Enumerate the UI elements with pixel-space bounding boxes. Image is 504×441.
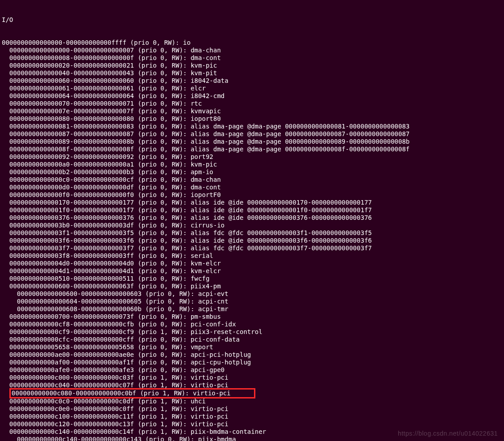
memory-region-line: 00000000000003f1-00000000000003f5 (prio … [2, 229, 502, 237]
memory-region-line: 00000000000000b2-00000000000000b3 (prio … [2, 168, 502, 176]
memory-region-line: 00000000000000d0-00000000000000df (prio … [2, 184, 502, 191]
memory-region-list: 0000000000000000-000000000000ffff (prio … [2, 39, 502, 441]
memory-region-line: 0000000000000040-0000000000000043 (prio … [2, 69, 502, 77]
memory-region-line: 0000000000000376-0000000000000376 (prio … [2, 214, 502, 222]
memory-region-line: 000000000000008f-000000000000008f (prio … [2, 146, 502, 153]
memory-region-line: 00000000000001f0-00000000000001f7 (prio … [2, 206, 502, 214]
memory-region-line: 0000000000000089-000000000000008b (prio … [2, 138, 502, 146]
memory-region-line: 000000000000007e-000000000000007f (prio … [2, 107, 502, 115]
memory-region-line: 0000000000000600-0000000000000603 (prio … [2, 290, 502, 298]
memory-region-line: 0000000000000064-0000000000000064 (prio … [2, 92, 502, 100]
memory-region-line: 0000000000000000-0000000000000007 (prio … [2, 47, 502, 54]
memory-region-line: 000000000000c100-000000000000c11f (prio … [2, 413, 502, 420]
memory-region-line: 00000000000003f8-00000000000003ff (prio … [2, 252, 502, 260]
memory-region-line: 000000000000afe0-000000000000afe3 (prio … [2, 366, 502, 374]
memory-region-line: 0000000000000060-0000000000000060 (prio … [2, 77, 502, 85]
memory-region-line: 000000000000c080-000000000000c0bf (prio … [2, 389, 502, 398]
highlighted-region: 000000000000c080-000000000000c0bf (prio … [9, 388, 255, 398]
memory-region-line: 00000000000000a0-00000000000000a1 (prio … [2, 161, 502, 168]
terminal-output: I/O 0000000000000000-000000000000ffff (p… [0, 0, 504, 441]
memory-region-line: 0000000000000608-000000000000060b (prio … [2, 305, 502, 313]
memory-region-line: 0000000000000000-000000000000ffff (prio … [2, 39, 502, 47]
memory-region-line: 0000000000005658-0000000000005658 (prio … [2, 343, 502, 351]
memory-region-line: 000000000000c0e0-000000000000c0ff (prio … [2, 405, 502, 413]
memory-region-line: 0000000000000070-0000000000000071 (prio … [2, 100, 502, 107]
watermark-text: https://blog.csdn.net/u014022631 [398, 430, 498, 437]
memory-region-line: 00000000000004d0-00000000000004d0 (prio … [2, 260, 502, 267]
memory-region-line: 000000000000c120-000000000000c13f (prio … [2, 420, 502, 428]
memory-region-line: 000000000000ae00-000000000000ae0e (prio … [2, 351, 502, 359]
memory-region-line: 0000000000000061-0000000000000061 (prio … [2, 85, 502, 92]
memory-region-line: 0000000000000008-000000000000000f (prio … [2, 54, 502, 62]
memory-region-line: 00000000000004d1-00000000000004d1 (prio … [2, 267, 502, 275]
memory-region-line: 00000000000003f7-00000000000003f7 (prio … [2, 244, 502, 252]
memory-region-line: 000000000000c000-000000000000c03f (prio … [2, 374, 502, 381]
memory-region-line: 000000000000af00-000000000000af1f (prio … [2, 359, 502, 366]
memory-region-line: 0000000000000510-0000000000000511 (prio … [2, 275, 502, 283]
memory-region-line: 00000000000003f6-00000000000003f6 (prio … [2, 237, 502, 244]
memory-region-line: 0000000000000cf8-0000000000000cfb (prio … [2, 321, 502, 328]
memory-region-line: 0000000000000020-0000000000000021 (prio … [2, 62, 502, 69]
memory-region-line: 0000000000000081-0000000000000083 (prio … [2, 123, 502, 130]
memory-region-line: 00000000000000c0-00000000000000cf (prio … [2, 176, 502, 184]
memory-region-line: 0000000000000cf9-0000000000000cf9 (prio … [2, 328, 502, 336]
memory-region-line: 0000000000000600-000000000000063f (prio … [2, 283, 502, 290]
io-header: I/O [2, 16, 502, 24]
memory-region-line: 0000000000000080-0000000000000080 (prio … [2, 115, 502, 123]
memory-region-line: 0000000000000170-0000000000000177 (prio … [2, 199, 502, 206]
memory-region-line: 00000000000000f0-00000000000000f0 (prio … [2, 191, 502, 199]
memory-region-line: 0000000000000087-0000000000000087 (prio … [2, 130, 502, 138]
memory-region-line: 0000000000000092-0000000000000092 (prio … [2, 153, 502, 161]
memory-region-line: 0000000000000700-000000000000073f (prio … [2, 313, 502, 321]
memory-region-line: 0000000000000cfc-0000000000000cff (prio … [2, 336, 502, 343]
memory-region-line: 000000000000c0c0-000000000000c0df (prio … [2, 398, 502, 405]
memory-region-line: 00000000000003b0-00000000000003df (prio … [2, 222, 502, 229]
memory-region-line: 0000000000000604-0000000000000605 (prio … [2, 298, 502, 305]
